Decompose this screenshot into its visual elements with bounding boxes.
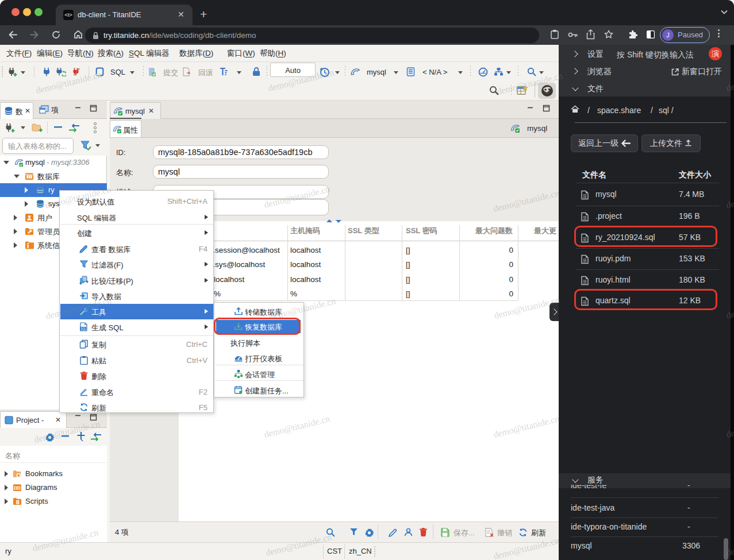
svg-text:SQL: SQL bbox=[81, 327, 87, 330]
